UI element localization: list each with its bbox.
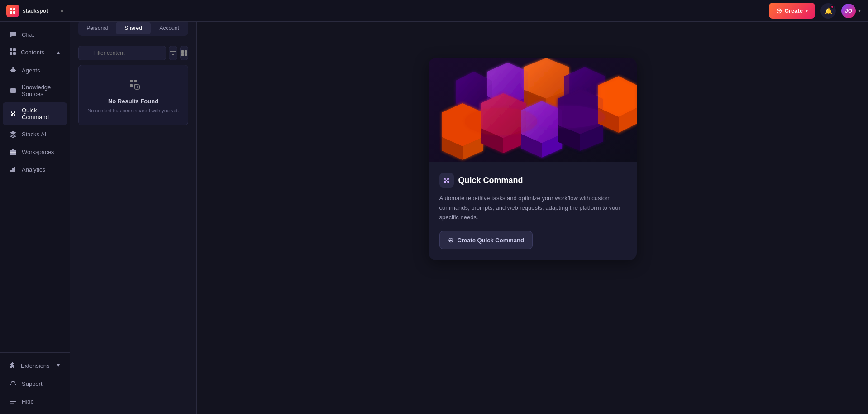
sidebar: stackspot ≡ Chat Contents	[0, 0, 70, 414]
layers-icon	[9, 130, 17, 138]
sidebar-item-extensions[interactable]: Extensions ▲	[3, 357, 67, 375]
svg-rect-23	[10, 400, 16, 400]
sidebar-item-agents[interactable]: Agents	[3, 62, 67, 79]
create-quick-command-button[interactable]: ⊕ Create Quick Command	[439, 231, 533, 249]
svg-rect-32	[185, 53, 187, 56]
feature-description: Automate repetitive tasks and optimize y…	[439, 194, 626, 222]
plus-icon: ⊕	[448, 236, 454, 244]
svg-rect-20	[14, 167, 15, 172]
tab-shared[interactable]: Shared	[116, 22, 151, 34]
svg-rect-9	[12, 67, 14, 69]
hide-icon	[9, 397, 17, 405]
sidebar-item-support[interactable]: Support	[3, 375, 67, 392]
sidebar-item-label: Workspaces	[22, 149, 54, 155]
search-input[interactable]	[78, 46, 166, 60]
sidebar-item-label: Contents	[21, 49, 44, 56]
sidebar-item-label: Agents	[22, 67, 40, 74]
briefcase-icon	[9, 148, 17, 156]
create-qc-label: Create Quick Command	[458, 237, 524, 244]
plus-icon: ⊕	[776, 6, 782, 15]
svg-rect-12	[12, 71, 14, 72]
chevron-down-icon: ▲	[56, 363, 61, 368]
sidebar-item-chat[interactable]: Chat	[3, 26, 67, 43]
svg-rect-27	[171, 53, 175, 53]
tab-personal[interactable]: Personal	[80, 22, 115, 34]
svg-rect-28	[172, 54, 174, 55]
logo-icon	[6, 5, 19, 17]
logo-text: stackspot	[23, 8, 48, 14]
svg-rect-3	[13, 11, 15, 14]
svg-rect-29	[181, 50, 184, 53]
feature-title-row: Quick Command	[439, 173, 626, 188]
chat-icon	[9, 30, 17, 39]
notification-badge	[830, 5, 834, 9]
sidebar-item-stacks-ai[interactable]: Stacks AI	[3, 125, 67, 143]
sidebar-item-knowledge-sources[interactable]: Knowledge Sources	[3, 79, 67, 102]
create-chevron-icon: ▾	[806, 8, 808, 13]
feature-title: Quick Command	[458, 176, 523, 185]
sidebar-item-quick-command[interactable]: Quick Command	[3, 102, 67, 125]
svg-point-11	[14, 70, 14, 71]
svg-rect-33	[130, 80, 133, 82]
logo[interactable]: stackspot ≡	[0, 0, 70, 22]
svg-point-69	[524, 106, 605, 128]
feature-body: Quick Command Automate repetitive tasks …	[429, 162, 637, 260]
sidebar-item-label: Chat	[22, 31, 34, 38]
robot-icon	[9, 66, 17, 74]
svg-rect-1	[13, 8, 15, 10]
svg-rect-26	[170, 51, 176, 52]
puzzle-icon	[9, 361, 16, 370]
database-icon	[9, 87, 17, 95]
svg-rect-14	[15, 70, 16, 71]
sidebar-bottom: Extensions ▲ Support	[0, 352, 70, 414]
svg-rect-35	[130, 84, 133, 87]
svg-rect-30	[185, 50, 187, 53]
sidebar-item-workspaces[interactable]: Workspaces	[3, 143, 67, 160]
command-icon	[9, 110, 17, 118]
chart-icon	[9, 165, 17, 173]
search-wrapper: 🔍	[78, 46, 166, 60]
quick-command-panel: QUICK COMMAND Personal Shared Account 🔍	[70, 0, 197, 414]
sidebar-item-analytics[interactable]: Analytics	[3, 161, 67, 178]
svg-rect-21	[10, 384, 11, 385]
svg-rect-25	[10, 403, 14, 404]
avatar-chevron-icon: ▾	[858, 8, 861, 13]
filter-bar: 🔍	[70, 41, 196, 65]
svg-rect-31	[181, 53, 184, 56]
grid-icon	[9, 48, 16, 57]
feature-title-icon	[439, 173, 454, 188]
svg-rect-0	[10, 8, 12, 10]
svg-rect-8	[11, 69, 15, 72]
create-label: Create	[785, 7, 803, 14]
no-results-icon	[86, 76, 181, 93]
sidebar-item-label: Quick Command	[22, 107, 61, 120]
sidebar-item-label: Extensions	[21, 362, 50, 369]
logo-chevron-icon: ≡	[61, 8, 63, 13]
svg-rect-2	[10, 11, 12, 14]
sidebar-item-label: Knowledge Sources	[22, 84, 61, 97]
svg-rect-22	[15, 384, 16, 385]
svg-rect-24	[10, 401, 16, 402]
notifications-button[interactable]: 🔔	[820, 3, 836, 19]
topbar: ⊕ Create ▾ 🔔 JO ▾	[70, 0, 868, 22]
sidebar-item-hide[interactable]: Hide	[3, 393, 67, 410]
tabs: Personal Shared Account	[78, 20, 188, 36]
sidebar-item-contents[interactable]: Contents ▲	[3, 43, 67, 61]
headset-icon	[9, 380, 17, 388]
tab-account[interactable]: Account	[152, 22, 187, 34]
sidebar-item-label: Analytics	[22, 166, 45, 173]
svg-rect-4	[10, 48, 12, 51]
sidebar-item-label: Support	[22, 380, 43, 387]
no-results-title: No Results Found	[86, 98, 181, 105]
sidebar-item-label: Stacks AI	[22, 131, 46, 138]
chevron-up-icon: ▲	[56, 50, 61, 55]
view-toggle-button[interactable]	[180, 46, 189, 60]
filter-options-button[interactable]	[169, 46, 177, 60]
no-results-card: No Results Found No content has been sha…	[78, 65, 188, 125]
feature-image	[429, 58, 637, 162]
svg-point-68	[465, 108, 537, 135]
content-area: Quick Command Automate repetitive tasks …	[197, 22, 868, 414]
sidebar-nav: Chat Contents ▲	[0, 22, 70, 352]
create-button[interactable]: ⊕ Create ▾	[769, 3, 815, 19]
avatar-button[interactable]: JO ▾	[841, 4, 861, 18]
